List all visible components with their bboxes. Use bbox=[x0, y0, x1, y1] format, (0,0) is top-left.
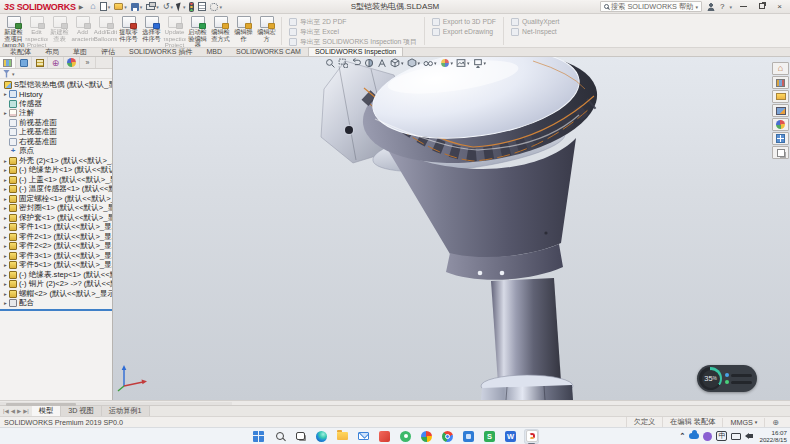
doc-tab-模型[interactable]: 模型 bbox=[32, 406, 61, 416]
ribbon-button-9[interactable]: 启动检验编辑器 bbox=[186, 15, 209, 47]
ribbon-button-1[interactable]: 新建检查项目(amp;N) bbox=[2, 15, 25, 47]
tree-item-9[interactable]: ▸外壳 (2)<1> (默认<<默认>_显示状 bbox=[0, 156, 112, 166]
print-button[interactable]: ▾ bbox=[146, 1, 159, 13]
tab-装配体[interactable]: 装配体 bbox=[3, 47, 38, 56]
file-properties-button[interactable] bbox=[198, 1, 206, 13]
taskpane-tab-view-palette[interactable] bbox=[772, 104, 789, 117]
doc-tab-运动算例1[interactable]: 运动算例1 bbox=[102, 406, 150, 416]
apply-scene-button[interactable]: ▾ bbox=[456, 58, 470, 68]
panel-tab-dimxpertmanager[interactable]: ⊕ bbox=[48, 57, 64, 68]
taskpane-tab-custom-properties[interactable] bbox=[772, 132, 789, 145]
red-app-button[interactable] bbox=[377, 429, 392, 444]
chrome-button[interactable] bbox=[440, 429, 455, 444]
tree-item-21[interactable]: ▸(-) 绝缘表.step<1> (默认<<默认> bbox=[0, 270, 112, 280]
expander-icon[interactable]: ▸ bbox=[2, 215, 9, 221]
tree-item-17[interactable]: ▸零件2<1> (默认<<默认>_显示状态 bbox=[0, 232, 112, 242]
tree-item-19[interactable]: ▸零件3<1> (默认<<默认>_显示状态 bbox=[0, 251, 112, 261]
thermocouple-3d-model[interactable] bbox=[113, 57, 790, 400]
expander-icon[interactable]: ▸ bbox=[2, 167, 9, 173]
tree-item-20[interactable]: ▸零件5<1> (默认<<默认>_显示状态 bbox=[0, 261, 112, 271]
volume-icon[interactable] bbox=[749, 434, 753, 438]
expander-icon[interactable]: ▸ bbox=[2, 158, 9, 164]
tree-horizontal-scrollbar[interactable] bbox=[0, 400, 790, 405]
dropdown-icon[interactable]: ▾ bbox=[140, 4, 143, 10]
tree-item-24[interactable]: ▸配合 bbox=[0, 299, 112, 309]
dropdown-icon[interactable]: ▾ bbox=[467, 60, 470, 66]
expander-icon[interactable]: ▸ bbox=[2, 291, 9, 297]
dropdown-icon[interactable]: ▾ bbox=[418, 60, 421, 66]
file-explorer-button[interactable] bbox=[335, 429, 350, 444]
panel-tab-configurationmanager[interactable] bbox=[32, 57, 48, 68]
tab-SOLIDWORKS Inspection[interactable]: SOLIDWORKS Inspection bbox=[308, 47, 403, 56]
dropdown-icon[interactable]: ▾ bbox=[219, 4, 222, 10]
filter-dropdown-icon[interactable]: ▾ bbox=[12, 71, 15, 77]
start-button[interactable] bbox=[251, 429, 266, 444]
view-settings-button[interactable]: ▾ bbox=[473, 58, 487, 68]
purple-status-icon[interactable] bbox=[703, 432, 712, 441]
doc-scroll-prev-button[interactable]: ◀ bbox=[11, 408, 15, 414]
wps-app-button[interactable]: W bbox=[503, 429, 518, 444]
tree-item-8[interactable]: +原点 bbox=[0, 147, 112, 157]
dropdown-icon[interactable]: ▾ bbox=[434, 60, 437, 66]
status-globe-icon[interactable]: ⊕ bbox=[764, 418, 786, 427]
zoom-fit-button[interactable] bbox=[325, 58, 335, 68]
tree-item-13[interactable]: ▸固定螺栓<1> (默认<<默认>_显示 bbox=[0, 194, 112, 204]
units-dropdown-icon[interactable]: ▾ bbox=[755, 419, 758, 425]
hidden-icons-chevron[interactable]: ⌃ bbox=[680, 432, 686, 440]
taskpane-tab-solidworks-forum[interactable] bbox=[772, 146, 789, 159]
taskbar-clock[interactable]: 16:07 2022/8/15 bbox=[759, 429, 787, 443]
undo-button[interactable]: ↺▾ bbox=[163, 1, 173, 13]
dropdown-icon[interactable]: ▾ bbox=[124, 4, 127, 10]
tree-filter[interactable]: ▾ bbox=[0, 69, 112, 79]
rebuild-button[interactable] bbox=[189, 1, 194, 13]
doc-scroll-last-button[interactable]: ▶| bbox=[23, 408, 29, 414]
ribbon-button-10[interactable]: 编辑检查方式 bbox=[209, 15, 232, 47]
graphics-viewport[interactable]: ▾▾▾▾▾▾ ⌂ 35% bbox=[113, 57, 790, 400]
expander-icon[interactable]: ▸ bbox=[2, 224, 9, 230]
annotation-views-button[interactable] bbox=[377, 58, 387, 68]
dropdown-icon[interactable]: ▾ bbox=[484, 60, 487, 66]
expander-icon[interactable]: ▸ bbox=[2, 205, 9, 211]
new-document-button[interactable]: ▾ bbox=[100, 1, 111, 13]
dropdown-icon[interactable]: ▾ bbox=[156, 4, 159, 10]
panel-tab-propertymanager[interactable] bbox=[16, 57, 32, 68]
menu-expand-arrow-icon[interactable]: ▶ bbox=[79, 3, 84, 10]
view-orientation-button[interactable]: ▾ bbox=[390, 58, 404, 68]
help-button[interactable]: ? bbox=[720, 2, 724, 11]
taskpane-tab-design-library[interactable] bbox=[772, 76, 789, 89]
help-dropdown-icon[interactable]: ▾ bbox=[729, 4, 732, 10]
tab-MBD[interactable]: MBD bbox=[199, 47, 229, 56]
ribbon-button-12[interactable]: 编辑宏方 bbox=[255, 15, 278, 47]
tree-item-11[interactable]: ▸(-) 上盖<1> (默认<<默认>_显示状 bbox=[0, 175, 112, 185]
task-view-button[interactable] bbox=[293, 429, 308, 444]
taskpane-tab-solidworks-resources[interactable]: ⌂ bbox=[772, 62, 789, 75]
close-button[interactable]: × bbox=[773, 2, 786, 12]
display-style-button[interactable]: ▾ bbox=[407, 58, 421, 68]
save-button[interactable]: ▾ bbox=[131, 1, 143, 13]
home-button[interactable]: ⌂ bbox=[90, 1, 95, 13]
onedrive-icon[interactable] bbox=[689, 433, 699, 439]
search-input[interactable]: 搜索 SOLIDWORKS 帮助 ▾ bbox=[600, 1, 702, 12]
doc-scroll-first-button[interactable]: |◀ bbox=[3, 408, 9, 414]
expander-icon[interactable]: ▸ bbox=[2, 177, 9, 183]
panel-tab-displaymanager[interactable] bbox=[64, 57, 80, 68]
dropdown-icon[interactable]: ▾ bbox=[451, 60, 454, 66]
ribbon-button-11[interactable]: 编辑操作 bbox=[232, 15, 255, 47]
open-button[interactable]: ▾ bbox=[114, 1, 127, 13]
tree-item-3[interactable]: 传感器 bbox=[0, 99, 112, 109]
tab-评估[interactable]: 评估 bbox=[94, 47, 122, 56]
solidworks-app-button[interactable] bbox=[524, 429, 539, 444]
tab-布局[interactable]: 布局 bbox=[38, 47, 66, 56]
tree-item-7[interactable]: 右视基准面 bbox=[0, 137, 112, 147]
expander-icon[interactable]: ▸ bbox=[2, 186, 9, 192]
ribbon-button-7[interactable]: 选择零件序号 bbox=[140, 15, 163, 47]
previous-view-button[interactable] bbox=[351, 58, 361, 68]
tree-item-5[interactable]: 前视基准面 bbox=[0, 118, 112, 128]
green-app-button[interactable] bbox=[398, 429, 413, 444]
expander-icon[interactable]: ▸ bbox=[2, 253, 9, 259]
scrollbar-thumb[interactable] bbox=[6, 403, 76, 406]
battery-overlay-widget[interactable]: 35% bbox=[697, 365, 757, 392]
restore-button[interactable] bbox=[755, 2, 768, 12]
search-dropdown-icon[interactable]: ▾ bbox=[696, 4, 699, 10]
expander-icon[interactable]: ▸ bbox=[2, 243, 9, 249]
